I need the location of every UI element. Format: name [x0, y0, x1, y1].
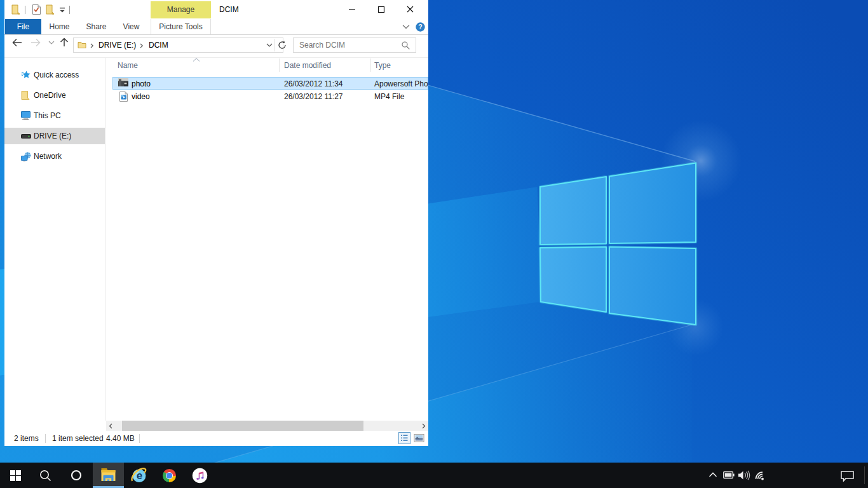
- svg-text:?: ?: [418, 23, 422, 30]
